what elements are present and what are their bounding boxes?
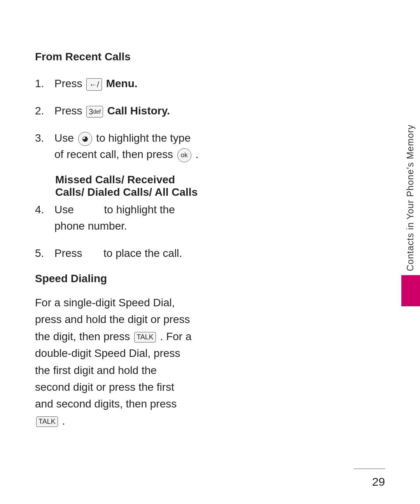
side-tab-text: Contacts in Your Phone's Memory bbox=[405, 125, 416, 271]
bottom-divider bbox=[354, 469, 385, 469]
nav-key-icon: ◕ bbox=[78, 132, 92, 146]
step-1-bold: Menu. bbox=[106, 77, 138, 90]
side-tab-bar bbox=[401, 275, 420, 306]
step-2: 2. Press 3 def Call History. bbox=[35, 103, 354, 119]
step-3-content: Use ◕ to highlight the type of recent ca… bbox=[54, 130, 354, 163]
calls-subheading: Missed Calls/ ReceivedCalls/ Dialed Call… bbox=[55, 174, 354, 198]
section-heading: From Recent Calls bbox=[35, 51, 354, 63]
speed-dialing-heading: Speed Dialing bbox=[35, 272, 354, 285]
talk-key-icon-2: TALK bbox=[36, 416, 58, 427]
step-2-bold: Call History. bbox=[107, 105, 170, 117]
ok-key-icon: ok bbox=[177, 148, 191, 162]
step-4: 4. Use to highlight thephone number. bbox=[35, 202, 354, 234]
step-4-content: Use to highlight thephone number. bbox=[54, 202, 354, 234]
step-2-number: 2. bbox=[35, 103, 54, 119]
speed-dialing-paragraph: For a single-digit Speed Dial, press and… bbox=[35, 294, 354, 429]
main-content: From Recent Calls 1. Press ←/ Menu. 2. P… bbox=[35, 51, 354, 429]
step-1: 1. Press ←/ Menu. bbox=[35, 76, 354, 92]
3def-key-icon: 3 def bbox=[86, 106, 103, 118]
step-5: 5. Press to place the call. bbox=[35, 245, 354, 262]
step-5-number: 5. bbox=[35, 245, 54, 262]
talk-key-icon-1: TALK bbox=[134, 332, 156, 342]
step-4-number: 4. bbox=[35, 202, 54, 218]
step-3: 3. Use ◕ to highlight the type of recent… bbox=[35, 130, 354, 163]
step-5-content: Press to place the call. bbox=[54, 245, 354, 262]
step-2-content: Press 3 def Call History. bbox=[54, 103, 354, 119]
step-1-content: Press ←/ Menu. bbox=[54, 76, 354, 92]
menu-key-icon: ←/ bbox=[86, 78, 102, 91]
step-3-number: 3. bbox=[35, 130, 54, 146]
side-tab: Contacts in Your Phone's Memory bbox=[401, 125, 420, 306]
step-1-number: 1. bbox=[35, 76, 54, 92]
page-number: 29 bbox=[372, 475, 385, 488]
